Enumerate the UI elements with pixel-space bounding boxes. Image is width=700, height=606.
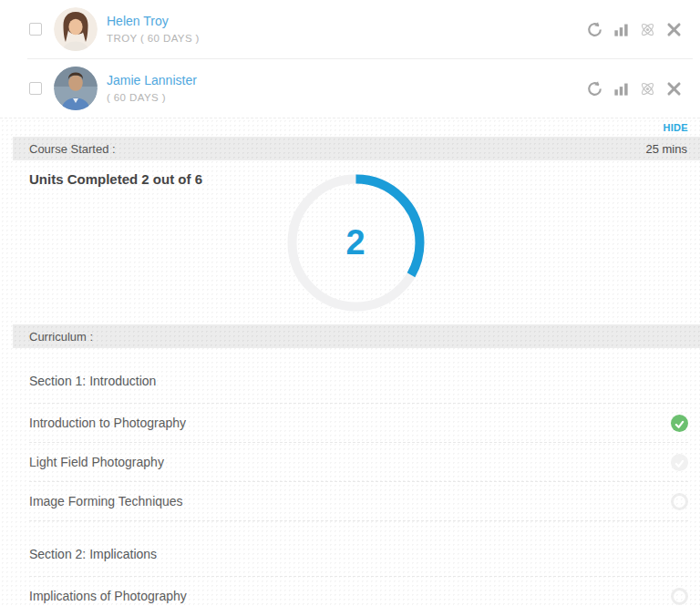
refresh-icon[interactable] bbox=[584, 78, 604, 98]
curriculum-item: Image Forming Techniques bbox=[29, 481, 688, 520]
course-started-bar: Course Started : 25 mins bbox=[13, 137, 700, 160]
learner-actions bbox=[584, 19, 684, 39]
remove-icon[interactable] bbox=[664, 78, 684, 98]
progress-ring: 2 bbox=[285, 172, 427, 313]
learner-name-link[interactable]: Jamie Lannister bbox=[107, 73, 197, 89]
stats-icon[interactable] bbox=[611, 78, 631, 98]
learner-info: Jamie Lannister ( 60 DAYS ) bbox=[107, 73, 197, 104]
learner-row: Jamie Lannister ( 60 DAYS ) bbox=[0, 59, 700, 118]
avatar bbox=[54, 67, 98, 110]
item-status-check-icon bbox=[671, 415, 688, 432]
course-started-label: Course Started : bbox=[29, 142, 116, 156]
curriculum-item: Light Field Photography bbox=[29, 442, 688, 481]
progress-number: 2 bbox=[285, 172, 427, 313]
item-title: Image Forming Techniques bbox=[29, 494, 183, 508]
hide-link[interactable]: HIDE bbox=[664, 122, 688, 133]
learner-info: Helen Troy TROY ( 60 DAYS ) bbox=[107, 14, 200, 45]
section-title: Section 2: Implications bbox=[29, 547, 157, 561]
time-spent-value: 25 mins bbox=[645, 142, 687, 156]
curriculum-list: Section 1: Introduction Introduction to … bbox=[29, 348, 688, 606]
progress-ring-wrap: 2 bbox=[0, 172, 700, 316]
item-title: Light Field Photography bbox=[29, 455, 164, 469]
avatar bbox=[54, 7, 98, 51]
hide-row: HIDE bbox=[0, 118, 700, 137]
learner-checkbox[interactable] bbox=[29, 82, 42, 95]
learner-checkbox[interactable] bbox=[29, 23, 42, 36]
item-status-empty-circle-icon bbox=[671, 493, 688, 510]
item-title: Introduction to Photography bbox=[29, 416, 186, 430]
learning-path-icon[interactable] bbox=[637, 19, 657, 39]
learner-actions bbox=[584, 78, 684, 98]
curriculum-item: Implications of Photography bbox=[29, 576, 688, 606]
refresh-icon[interactable] bbox=[584, 19, 604, 39]
learner-progress-panel: Helen Troy TROY ( 60 DAYS ) Jamie Lannis… bbox=[0, 0, 700, 606]
section-header: Section 1: Introduction bbox=[29, 348, 688, 403]
item-status-check-icon bbox=[671, 454, 688, 471]
section-header: Section 2: Implications bbox=[29, 520, 688, 576]
learner-name-link[interactable]: Helen Troy bbox=[107, 14, 200, 30]
learner-subtitle: ( 60 DAYS ) bbox=[107, 91, 197, 104]
curriculum-bar: Curriculum : bbox=[13, 324, 700, 348]
learning-path-icon[interactable] bbox=[637, 78, 657, 98]
item-title: Implications of Photography bbox=[29, 589, 187, 603]
learner-subtitle: TROY ( 60 DAYS ) bbox=[107, 32, 200, 45]
remove-icon[interactable] bbox=[664, 19, 684, 39]
section-title: Section 1: Introduction bbox=[29, 374, 156, 388]
learner-row: Helen Troy TROY ( 60 DAYS ) bbox=[0, 0, 700, 58]
curriculum-item: Introduction to Photography bbox=[29, 403, 688, 442]
curriculum-label: Curriculum : bbox=[29, 330, 93, 344]
stats-icon[interactable] bbox=[611, 19, 631, 39]
item-status-empty-circle-icon bbox=[671, 588, 688, 605]
